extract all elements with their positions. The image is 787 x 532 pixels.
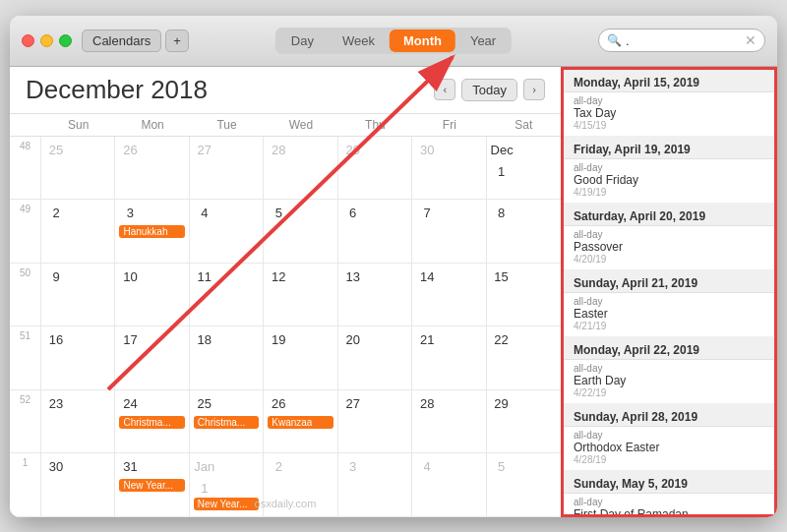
cell-date-0-4: 29 [342, 140, 364, 161]
event-pill-5-1-0[interactable]: New Year... [119, 479, 184, 492]
cal-cell-4-3[interactable]: 26Kwanzaa [264, 390, 337, 453]
cal-cell-2-1[interactable]: 10 [115, 264, 189, 326]
result-date-header-2: Saturday, April 20, 2019 [564, 204, 774, 226]
result-item-3-0[interactable]: all-dayEaster4/21/19 [564, 293, 774, 337]
cal-cell-3-1[interactable]: 17 [115, 326, 189, 389]
cal-cell-1-4[interactable]: 6 [338, 200, 412, 263]
next-month-button[interactable]: › [523, 79, 545, 100]
result-item-2-0[interactable]: all-dayPassover4/20/19 [564, 226, 774, 270]
cal-cell-1-2[interactable]: 4 [190, 200, 264, 263]
cal-cell-0-3[interactable]: 28 [264, 137, 337, 200]
cal-row-2: 509101112131415 [10, 264, 561, 327]
search-results-panel: Monday, April 15, 2019all-dayTax Day4/15… [561, 67, 777, 517]
today-button[interactable]: Today [461, 79, 517, 101]
cal-cell-0-2[interactable]: 27 [190, 137, 264, 200]
tab-month[interactable]: Month [390, 30, 455, 52]
cal-cell-5-4[interactable]: 3 [338, 453, 412, 516]
cal-cell-1-3[interactable]: 5 [264, 200, 337, 263]
cell-date-3-1: 17 [119, 329, 141, 351]
cal-cell-3-6[interactable]: 22 [487, 326, 561, 389]
cell-date-2-0: 9 [45, 266, 67, 288]
day-header-mon: Mon [115, 114, 189, 136]
cal-cell-5-5[interactable]: 4 [412, 453, 486, 516]
cal-row-1: 4923Hanukkah45678 [10, 200, 561, 264]
cal-cell-2-4[interactable]: 13 [338, 264, 412, 326]
cell-date-1-4: 6 [342, 203, 364, 224]
result-item-6-0[interactable]: all-dayFirst Day of Ramadan5/5/19 [564, 494, 774, 517]
cell-date-0-5: 30 [416, 140, 438, 161]
cal-cell-4-5[interactable]: 28 [412, 390, 486, 453]
day-header-tue: Tue [190, 114, 264, 136]
result-item-5-0[interactable]: all-dayOrthodox Easter4/28/19 [564, 427, 774, 471]
main-window: Calendars + Day Week Month Year 🔍 ✕ [10, 16, 777, 517]
cal-cell-5-0[interactable]: 30 [41, 453, 115, 516]
result-item-1-0[interactable]: all-dayGood Friday4/19/19 [564, 159, 774, 204]
event-pill-4-1-0[interactable]: Christma... [119, 416, 184, 429]
search-input[interactable] [626, 33, 744, 48]
tab-year[interactable]: Year [456, 30, 510, 52]
calendars-button[interactable]: Calendars [82, 30, 161, 52]
day-header-wed: Wed [264, 114, 337, 136]
tab-day[interactable]: Day [277, 30, 328, 52]
result-item-4-0[interactable]: all-dayEarth Day4/22/19 [564, 360, 774, 404]
event-pill-4-3-0[interactable]: Kwanzaa [268, 416, 333, 429]
result-event-name-5-0: Orthodox Easter [574, 441, 764, 454]
cal-cell-1-1[interactable]: 3Hanukkah [115, 200, 189, 263]
cal-cell-4-2[interactable]: 25Christma... [190, 390, 264, 453]
cal-cell-1-5[interactable]: 7 [412, 200, 486, 263]
close-button[interactable] [22, 34, 34, 47]
cal-cell-4-4[interactable]: 27 [338, 390, 412, 453]
cal-cell-3-5[interactable]: 21 [412, 326, 486, 389]
cal-cell-1-0[interactable]: 2 [41, 200, 115, 263]
result-date-header-4: Monday, April 22, 2019 [564, 337, 774, 360]
cal-cell-0-1[interactable]: 26 [115, 137, 189, 200]
cal-cell-3-2[interactable]: 18 [190, 326, 264, 389]
tab-week[interactable]: Week [329, 30, 389, 52]
calendar-nav: ‹ Today › [434, 79, 545, 101]
cal-cell-5-1[interactable]: 31New Year... [115, 453, 189, 516]
cell-date-4-5: 28 [416, 393, 438, 415]
cal-cell-3-0[interactable]: 16 [41, 326, 115, 389]
cell-date-2-5: 14 [416, 266, 438, 288]
cal-cell-2-6[interactable]: 15 [487, 264, 561, 326]
cell-date-4-0: 23 [45, 393, 67, 415]
cal-cell-2-5[interactable]: 14 [412, 264, 486, 326]
cal-cell-0-5[interactable]: 30 [412, 137, 486, 200]
prev-month-button[interactable]: ‹ [434, 79, 455, 100]
cell-date-3-4: 20 [342, 329, 364, 351]
result-date-header-1: Friday, April 19, 2019 [564, 137, 774, 159]
event-pill-4-2-0[interactable]: Christma... [194, 416, 259, 429]
maximize-button[interactable] [59, 34, 72, 47]
cal-cell-2-2[interactable]: 11 [190, 264, 264, 326]
cell-date-5-2: Jan 1 [194, 456, 215, 478]
result-item-0-0[interactable]: all-dayTax Day4/15/19 [564, 92, 774, 137]
result-date-header-0: Monday, April 15, 2019 [564, 70, 774, 92]
cal-cell-2-0[interactable]: 9 [41, 264, 115, 326]
cal-cell-5-6[interactable]: 5 [487, 453, 561, 516]
cal-row-4: 522324Christma...25Christma...26Kwanzaa2… [10, 390, 561, 454]
cal-cell-1-6[interactable]: 8 [487, 200, 561, 263]
cal-cell-2-3[interactable]: 12 [264, 264, 337, 326]
cell-date-4-2: 25 [194, 393, 215, 415]
cal-cell-4-1[interactable]: 24Christma... [115, 390, 189, 453]
event-pill-5-2-0[interactable]: New Year... [194, 498, 259, 510]
day-header-thu: Thu [338, 114, 412, 136]
cal-cell-5-2[interactable]: Jan 1New Year... [190, 453, 264, 516]
search-box: 🔍 ✕ [598, 29, 765, 52]
cal-cell-3-3[interactable]: 19 [264, 326, 337, 389]
cell-date-0-6: Dec 1 [491, 140, 513, 161]
cal-cell-3-4[interactable]: 20 [338, 326, 412, 389]
cal-cell-4-0[interactable]: 23 [41, 390, 115, 453]
minimize-button[interactable] [40, 34, 53, 47]
search-icon: 🔍 [607, 33, 622, 47]
cell-date-0-2: 27 [194, 140, 215, 161]
cell-date-5-0: 30 [45, 456, 67, 478]
cell-date-4-6: 29 [491, 393, 513, 415]
cal-cell-0-4[interactable]: 29 [338, 137, 412, 200]
event-pill-1-1-0[interactable]: Hanukkah [119, 225, 184, 238]
cal-cell-4-6[interactable]: 29 [487, 390, 561, 453]
add-calendar-button[interactable]: + [165, 30, 189, 52]
cal-cell-0-0[interactable]: 25 [41, 137, 115, 200]
cal-cell-0-6[interactable]: Dec 1 [487, 137, 561, 200]
search-clear-button[interactable]: ✕ [745, 32, 757, 48]
